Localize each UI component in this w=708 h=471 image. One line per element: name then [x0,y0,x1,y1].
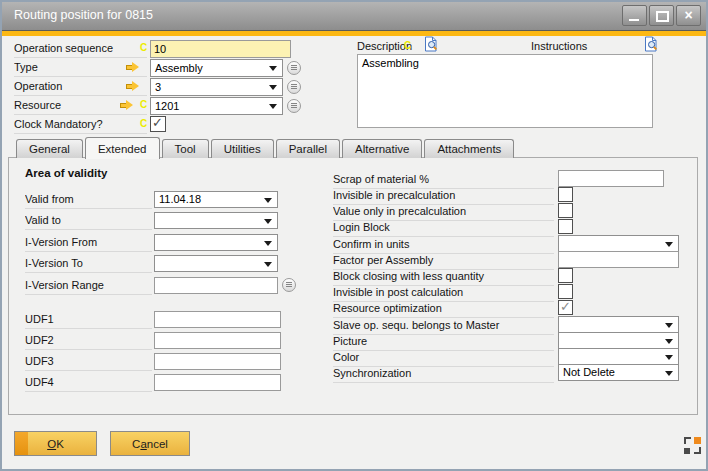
tab-general[interactable]: General [16,139,83,158]
area-of-validity-heading: Area of validity [25,167,107,179]
routing-position-dialog: Routing position for 0815 × Operation se… [0,0,708,471]
clock-mandatory-checkbox[interactable] [150,116,166,132]
udf3-input[interactable] [154,353,281,370]
valid-to-dropdown[interactable] [154,212,278,229]
minimize-button[interactable] [622,5,647,26]
type-dropdown[interactable]: Assembly [150,59,283,77]
tab-attachments[interactable]: Attachments [424,139,514,158]
login-block-label: Login Block [333,219,554,237]
description-label: Description [357,38,427,55]
valid-from-dropdown[interactable]: 11.04.18 [154,191,278,208]
clock-mandatory-label: Clock Mandatory? [14,116,147,134]
udf3-label: UDF3 [25,353,152,371]
tab-strip: General Extended Tool Utilities Parallel… [16,136,516,158]
slave-op-sequ-dropdown[interactable] [558,316,679,333]
minimize-icon [629,19,639,21]
iversion-range-input[interactable] [154,277,278,294]
changed-flag-icon: C [404,40,411,51]
invisible-in-precalculation-checkbox[interactable] [558,187,573,202]
invisible-in-post-calculation-checkbox[interactable] [558,284,573,299]
value-only-in-precalculation-checkbox[interactable] [558,203,573,218]
tab-extended[interactable]: Extended [85,137,160,159]
resource-optimization-checkbox[interactable] [558,300,573,315]
description-textarea[interactable] [357,54,653,128]
valid-to-label: Valid to [25,212,152,230]
udf2-input[interactable] [154,332,281,349]
iversion-from-dropdown[interactable] [154,234,278,251]
operation-sequence-input[interactable] [150,40,291,58]
window-title: Routing position for 0815 [14,8,153,22]
maximize-icon [656,11,669,22]
tab-utilities[interactable]: Utilities [211,139,274,158]
resize-grip-icon[interactable] [684,437,701,454]
udf4-input[interactable] [154,374,281,391]
changed-flag-icon: C [140,99,147,110]
instructions-label: Instructions [531,38,606,55]
iversion-to-dropdown[interactable] [154,255,278,272]
synchronization-label: Synchronization [333,365,554,383]
link-arrow-icon[interactable] [126,62,140,73]
login-block-checkbox[interactable] [558,219,573,234]
operation-sequence-label: Operation sequence [14,40,147,58]
close-button[interactable]: × [676,5,701,26]
link-arrow-icon[interactable] [126,81,140,92]
value-list-icon[interactable] [287,61,301,75]
operation-dropdown[interactable]: 3 [150,78,283,96]
iversion-to-label: I-Version To [25,255,152,273]
udf1-label: UDF1 [25,311,152,329]
cancel-button[interactable]: Cancel [110,431,190,456]
udf2-label: UDF2 [25,332,152,350]
title-bar[interactable]: Routing position for 0815 × [2,2,706,31]
udf4-label: UDF4 [25,374,152,392]
tab-parallel[interactable]: Parallel [276,139,340,158]
preview-instructions-icon[interactable] [643,36,659,52]
extended-tab-panel: Area of validity Valid from 11.04.18 Val… [8,157,698,415]
ok-button[interactable]: OK [14,431,97,456]
value-list-icon[interactable] [287,99,301,113]
block-closing-with-less-quantity-checkbox[interactable] [558,268,573,283]
changed-flag-icon: C [140,118,147,129]
factor-per-assembly-input[interactable] [558,251,679,268]
close-icon: × [677,6,700,25]
valid-from-label: Valid from [25,191,152,209]
color-dropdown[interactable] [558,348,679,365]
picture-dropdown[interactable] [558,332,679,349]
tab-alternative[interactable]: Alternative [342,139,422,158]
synchronization-dropdown[interactable]: Not Delete [558,364,679,381]
maximize-button[interactable] [649,5,674,26]
value-list-icon[interactable] [282,278,296,292]
resource-dropdown[interactable]: 1201 [150,97,283,115]
tab-tool[interactable]: Tool [162,139,209,158]
confirm-in-units-dropdown[interactable] [558,235,679,252]
resource-optimization-label: Resource optimization [333,300,554,318]
accent-stripe [2,31,706,36]
iversion-from-label: I-Version From [25,234,152,252]
link-arrow-icon[interactable] [120,100,134,111]
iversion-range-label: I-Version Range [25,277,152,295]
udf1-input[interactable] [154,311,281,328]
preview-description-icon[interactable] [423,36,439,52]
scrap-of-material-input[interactable] [558,170,664,187]
value-list-icon[interactable] [287,80,301,94]
changed-flag-icon: C [140,42,147,53]
